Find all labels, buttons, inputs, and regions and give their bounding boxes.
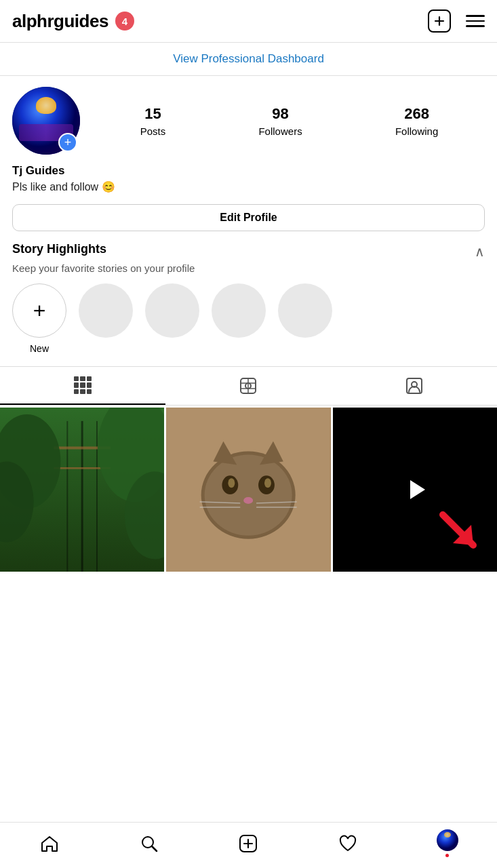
nav-profile-avatar (437, 829, 458, 851)
svg-point-21 (205, 455, 292, 536)
avatar-wrapper[interactable]: + (12, 87, 80, 155)
reels-icon (239, 377, 257, 395)
nav-profile-dot (445, 854, 449, 857)
profile-top: + 15 Posts 98 Followers 268 Following (12, 87, 485, 155)
bio-section: Tj Guides Pls like and follow 😊 (0, 155, 497, 193)
add-content-icon[interactable] (428, 9, 451, 33)
stats-row: 15 Posts 98 Followers 268 Following (80, 105, 485, 137)
highlights-collapse-icon[interactable]: ∧ (475, 243, 485, 260)
bio-text: Pls like and follow 😊 (12, 180, 485, 193)
highlight-item-4[interactable] (278, 283, 332, 354)
profile-section: + 15 Posts 98 Followers 268 Following (0, 76, 497, 155)
followers-stat[interactable]: 98 Followers (258, 105, 302, 137)
nav-profile[interactable] (427, 829, 468, 857)
add-story-button[interactable]: + (58, 133, 77, 152)
photo-cell-1[interactable] (0, 408, 164, 572)
highlight-new-circle: + (12, 283, 66, 338)
highlights-title: Story Highlights (12, 242, 106, 256)
display-name: Tj Guides (12, 164, 485, 178)
posts-label: Posts (140, 125, 166, 137)
header-left: alphrguides 4 (12, 11, 134, 32)
highlights-scroll: + New (12, 283, 485, 363)
posts-count: 15 (144, 105, 161, 123)
add-icon (239, 834, 258, 853)
highlight-circle-2 (145, 283, 199, 338)
svg-point-26 (244, 497, 254, 504)
header: alphrguides 4 (0, 0, 497, 43)
highlight-circle-4 (278, 283, 332, 338)
tab-reels[interactable] (165, 367, 331, 405)
posts-stat[interactable]: 15 Posts (140, 105, 166, 137)
notification-badge[interactable]: 4 (115, 12, 134, 31)
nav-search[interactable] (129, 834, 170, 853)
svg-point-24 (228, 478, 235, 488)
following-count: 268 (404, 105, 429, 123)
photo-cell-2[interactable] (166, 408, 330, 572)
highlight-circle-1 (79, 283, 133, 338)
followers-label: Followers (258, 125, 302, 137)
highlight-item-1[interactable] (79, 283, 133, 354)
highlights-section: Story Highlights ∧ Keep your favorite st… (0, 242, 497, 363)
home-icon (40, 834, 59, 853)
tagged-icon (405, 377, 423, 395)
play-icon (410, 480, 425, 499)
content-tabs (0, 366, 497, 406)
highlight-item-2[interactable] (145, 283, 199, 354)
highlight-new-item[interactable]: + New (12, 283, 66, 354)
header-right (428, 9, 485, 33)
followers-count: 98 (272, 105, 288, 123)
tab-tagged[interactable] (332, 367, 497, 405)
photo-cell-3[interactable] (333, 408, 497, 572)
following-label: Following (395, 125, 438, 137)
highlight-item-3[interactable] (212, 283, 266, 354)
nav-add[interactable] (228, 834, 269, 853)
nav-heart[interactable] (327, 834, 368, 853)
hamburger-menu-icon[interactable] (466, 15, 485, 27)
following-stat[interactable]: 268 Following (395, 105, 438, 137)
highlights-header: Story Highlights ∧ (12, 242, 485, 260)
heart-icon (338, 834, 357, 853)
search-icon (140, 834, 159, 853)
highlight-circle-3 (212, 283, 266, 338)
svg-line-36 (152, 846, 157, 851)
edit-profile-button[interactable]: Edit Profile (12, 204, 485, 231)
grid-icon (74, 376, 92, 394)
tab-grid[interactable] (0, 367, 165, 405)
highlights-subtitle: Keep your favorite stories on your profi… (12, 262, 485, 274)
dashboard-link[interactable]: View Professional Dashboard (173, 52, 324, 65)
svg-point-25 (264, 478, 271, 488)
bottom-nav (0, 822, 497, 868)
arrow-indicator (429, 501, 483, 558)
highlight-plus-icon: + (33, 298, 46, 323)
professional-dashboard-banner: View Professional Dashboard (0, 43, 497, 76)
photo-grid (0, 408, 497, 572)
username: alphrguides (12, 11, 108, 32)
highlight-new-label: New (30, 343, 49, 354)
nav-home[interactable] (29, 834, 70, 853)
highlights-title-group: Story Highlights (12, 242, 106, 256)
